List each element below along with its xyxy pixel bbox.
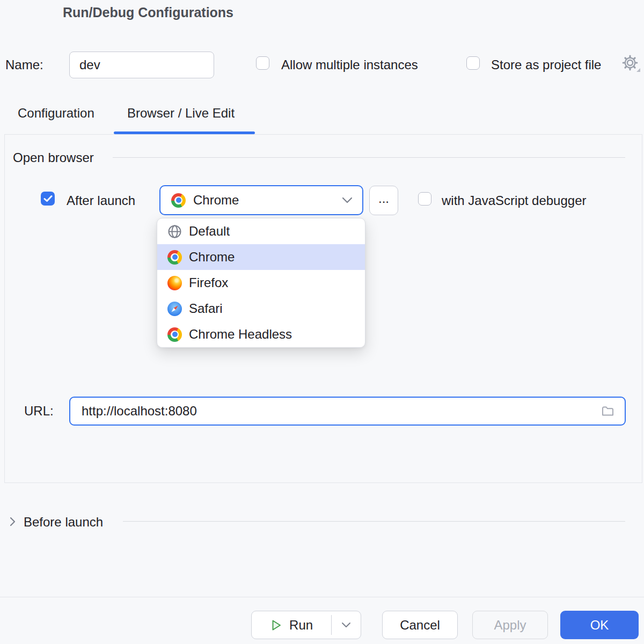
allow-multiple-instances-checkbox[interactable]: [256, 56, 269, 70]
play-icon: [270, 619, 282, 632]
run-button-label: Run: [289, 618, 313, 633]
safari-icon: [167, 302, 182, 316]
with-js-debugger-label: with JavaScript debugger: [442, 193, 586, 208]
chrome-icon: [167, 327, 182, 342]
chevron-down-icon: [342, 197, 353, 203]
name-label: Name:: [5, 57, 43, 72]
browser-dropdown-popup: Default Chrome Firefox Safari Chrome Hea…: [157, 218, 365, 348]
run-split-button: Run: [251, 611, 361, 639]
before-launch-divider: [123, 521, 625, 522]
section-divider: [113, 157, 625, 158]
browser-select[interactable]: Chrome: [159, 185, 363, 215]
apply-button-label: Apply: [494, 618, 526, 633]
firefox-icon: [167, 276, 182, 290]
chevron-right-icon[interactable]: [7, 516, 18, 528]
chrome-icon: [167, 250, 182, 265]
cancel-button-label: Cancel: [400, 618, 440, 633]
dropdown-item-firefox[interactable]: Firefox: [157, 270, 365, 296]
dropdown-item-chrome[interactable]: Chrome: [157, 244, 365, 270]
chrome-icon: [171, 193, 186, 208]
name-input[interactable]: [69, 52, 214, 78]
dropdown-item-label: Chrome Headless: [189, 327, 292, 342]
run-button[interactable]: Run: [252, 611, 331, 639]
with-js-debugger-checkbox[interactable]: [418, 192, 431, 206]
ok-button[interactable]: OK: [560, 611, 639, 639]
browse-browsers-button-label: ...: [378, 191, 389, 206]
dropdown-item-label: Firefox: [189, 275, 228, 290]
url-field[interactable]: [69, 397, 626, 426]
dropdown-item-label: Default: [189, 224, 230, 239]
cancel-button[interactable]: Cancel: [382, 611, 458, 639]
dialog-title: Run/Debug Configurations: [63, 5, 233, 20]
browser-select-value: Chrome: [193, 193, 334, 208]
dropdown-item-chrome-headless[interactable]: Chrome Headless: [157, 321, 365, 347]
footer-divider: [0, 597, 644, 597]
url-label: URL:: [24, 404, 54, 419]
store-as-project-file-checkbox[interactable]: [466, 56, 480, 70]
folder-icon[interactable]: [601, 404, 615, 419]
run-debug-configurations-dialog: { "dialog": { "title": "Run/Debug Config…: [0, 0, 644, 644]
before-launch-label[interactable]: Before launch: [24, 515, 103, 530]
dropdown-item-safari[interactable]: Safari: [157, 296, 365, 321]
after-launch-checkbox[interactable]: [41, 192, 55, 206]
dropdown-item-default[interactable]: Default: [157, 218, 365, 244]
allow-multiple-instances-label: Allow multiple instances: [281, 57, 418, 72]
run-options-arrow[interactable]: [332, 611, 361, 639]
after-launch-label: After launch: [67, 193, 135, 208]
open-browser-section-title: Open browser: [13, 150, 94, 165]
tab-browser-live-edit[interactable]: Browser / Live Edit: [127, 106, 235, 121]
ok-button-label: OK: [590, 618, 609, 633]
dropdown-item-label: Chrome: [189, 250, 235, 265]
dropdown-item-label: Safari: [189, 301, 223, 316]
browse-browsers-button[interactable]: ...: [369, 186, 398, 215]
url-input[interactable]: [70, 404, 601, 419]
globe-icon: [167, 224, 182, 239]
tab-configuration[interactable]: Configuration: [18, 106, 94, 121]
chevron-down-icon: [341, 622, 351, 628]
gear-icon[interactable]: [621, 54, 641, 73]
check-icon: [43, 195, 53, 202]
store-as-project-file-label: Store as project file: [491, 57, 601, 72]
apply-button[interactable]: Apply: [472, 611, 548, 639]
